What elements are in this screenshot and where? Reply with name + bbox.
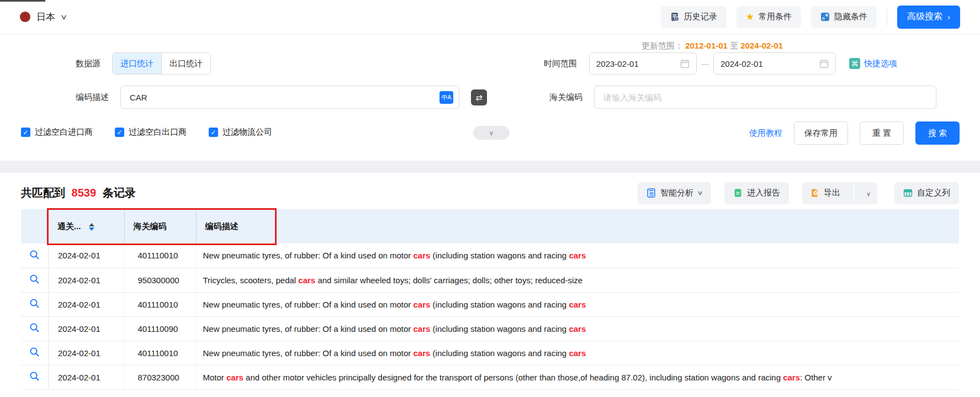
highlighted-keyword: cars (414, 300, 431, 309)
filter-checkbox-label: 过滤物流公司 (223, 127, 272, 137)
magnifier-icon[interactable] (29, 322, 40, 333)
collapse-form-button[interactable]: ∨ (473, 126, 510, 140)
export-options-button[interactable]: ∨ (860, 188, 877, 198)
clearance-date-cell: 2024-02-01 (49, 292, 124, 316)
table-row[interactable]: 2024-02-01 401110090 New pneumatic tyres… (21, 316, 959, 341)
chevron-down-icon: ∨ (866, 190, 871, 197)
magnifier-icon[interactable] (29, 371, 40, 382)
advanced-search-label: 高级搜索 (907, 11, 942, 23)
sort-ascending-icon[interactable] (89, 223, 94, 226)
advanced-search-button[interactable]: 高级搜索 › (897, 6, 960, 29)
magnifier-icon[interactable] (29, 347, 40, 357)
topbar-divider (887, 9, 887, 25)
start-date-input[interactable]: 2023-02-01 (589, 52, 697, 75)
calendar-icon[interactable] (680, 59, 690, 68)
custom-columns-button[interactable]: 自定义列 (894, 182, 959, 204)
clearance-date-cell: 2024-02-01 (49, 365, 124, 389)
row-detail-cell (21, 365, 49, 389)
quick-options-label: 快捷选项 (864, 59, 897, 69)
code-description-input[interactable] (129, 92, 439, 103)
history-button[interactable]: 历史记录 (661, 6, 727, 28)
enter-report-label: 进入报告 (747, 188, 780, 198)
data-source-tabs: 进口统计出口统计 (112, 52, 211, 75)
hs-code-cell: 401110010 (124, 341, 196, 365)
export-button[interactable]: 导出 ∨ (802, 182, 877, 204)
update-range-to: 2024-02-01 (740, 41, 783, 50)
country-name: 日本 (36, 10, 55, 23)
report-icon (733, 188, 743, 198)
end-date-value: 2024-02-01 (721, 59, 763, 68)
checkbox-checked-icon[interactable]: ✓ (21, 128, 30, 137)
magnifier-icon[interactable] (29, 250, 40, 260)
reset-button[interactable]: 重 置 (860, 121, 904, 145)
enter-report-button[interactable]: 进入报告 (724, 182, 789, 204)
table-row[interactable]: 2024-02-01 870323000 Motor cars and othe… (21, 365, 959, 389)
hs-code-input[interactable] (602, 92, 930, 103)
data-source-tab-1[interactable]: 出口统计 (161, 53, 210, 74)
filter-checkbox-item[interactable]: ✓过滤空白出口商 (115, 127, 187, 137)
favorites-label: 常用条件 (759, 12, 792, 22)
highlighted-keyword: cars (414, 324, 431, 334)
search-form: 更新范围： 2012-01-01 至 2024-02-01 数据源 进口统计出口… (0, 34, 980, 161)
japan-flag-icon (20, 12, 30, 22)
checkbox-checked-icon[interactable]: ✓ (115, 128, 124, 137)
star-icon: ★ (746, 12, 754, 22)
hs-code-cell: 401110010 (124, 292, 196, 316)
swap-icon[interactable]: ⇄ (471, 89, 487, 105)
highlighted-keyword: cars (569, 300, 586, 309)
custom-columns-label: 自定义列 (917, 188, 950, 198)
svg-text:BI: BI (650, 193, 653, 196)
checkbox-checked-icon[interactable]: ✓ (209, 128, 218, 137)
filter-checkboxes: ✓过滤空白进口商✓过滤空白出口商✓过滤物流公司 (21, 127, 272, 137)
highlighted-keyword: cars (783, 373, 800, 382)
code-description-cell: Tricycles, scooters, pedal cars and simi… (196, 268, 959, 292)
clearance-date-label: 通关... (57, 221, 81, 231)
chevron-right-icon: › (947, 12, 950, 22)
hs-code-label: 海关编码 (549, 92, 582, 103)
table-row[interactable]: 2024-02-01 401110010 New pneumatic tyres… (21, 244, 959, 268)
highlighted-keyword: cars (569, 251, 586, 260)
clearance-date-cell: 2024-02-01 (49, 341, 124, 365)
search-button[interactable]: 搜 索 (915, 121, 960, 145)
hs-code-cell: 401110010 (124, 244, 196, 268)
table-row[interactable]: 2024-02-01 950300000 Tricycles, scooters… (21, 268, 959, 292)
clearance-date-cell: 2024-02-01 (49, 268, 124, 292)
export-split-divider (854, 182, 854, 204)
hs-code-cell: 870323000 (124, 365, 196, 389)
smart-analysis-label: 智能分析 (660, 188, 693, 198)
filter-checkbox-item[interactable]: ✓过滤空白进口商 (21, 127, 93, 137)
save-common-button[interactable]: 保存常用 (794, 121, 848, 145)
code-description-field: 中A (120, 86, 459, 109)
table-row[interactable]: 2024-02-01 401110010 New pneumatic tyres… (21, 341, 959, 365)
sort-control[interactable] (89, 223, 94, 231)
calendar-icon[interactable] (819, 59, 829, 68)
translate-icon[interactable]: 中A (439, 91, 453, 104)
row-detail-cell (21, 316, 49, 341)
country-selector[interactable]: 日本 ∨ (20, 10, 67, 23)
data-source-tab-0[interactable]: 进口统计 (113, 53, 161, 74)
clearance-date-column-header[interactable]: 通关... (49, 209, 124, 244)
hs-code-field (594, 86, 936, 109)
detail-column-header (21, 209, 49, 244)
hs-code-cell: 401110090 (124, 316, 196, 341)
quick-options-button[interactable]: ⌘ 快捷选项 (849, 58, 897, 69)
count-prefix: 共匹配到 (21, 187, 65, 199)
export-icon (810, 188, 819, 198)
update-range-from: 2012-01-01 (685, 41, 728, 50)
smart-analysis-button[interactable]: BI 智能分析 ∨ (638, 182, 711, 204)
result-count: 共匹配到 8539 条记录 (21, 186, 136, 200)
magnifier-icon[interactable] (29, 274, 40, 284)
bi-analysis-icon: BI (647, 188, 656, 198)
chevron-down-icon: ∨ (60, 13, 67, 21)
chevron-down-icon: ∨ (697, 189, 703, 197)
data-source-label: 数据源 (76, 59, 100, 69)
sort-descending-icon[interactable] (89, 227, 94, 231)
tutorial-link[interactable]: 使用教程 (749, 128, 782, 139)
hide-conditions-button[interactable]: 隐藏条件 (811, 6, 877, 28)
magnifier-icon[interactable] (29, 298, 40, 309)
filter-checkbox-item[interactable]: ✓过滤物流公司 (209, 127, 272, 137)
end-date-input[interactable]: 2024-02-01 (713, 52, 836, 75)
code-description-cell: New pneumatic tyres, of rubber: Of a kin… (196, 316, 959, 341)
favorites-button[interactable]: ★ 常用条件 (737, 6, 801, 28)
table-row[interactable]: 2024-02-01 401110010 New pneumatic tyres… (21, 292, 959, 316)
